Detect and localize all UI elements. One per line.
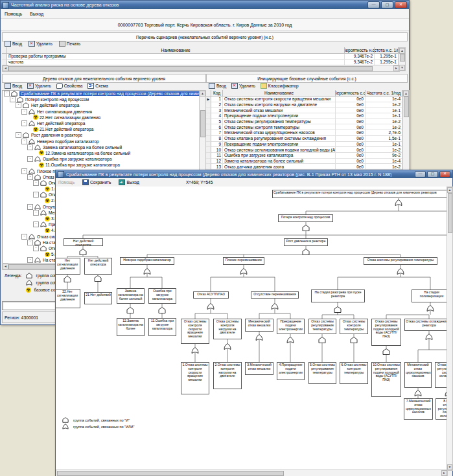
fault-tree-node[interactable]: Отказ системы контроля температуры (340, 319, 368, 334)
fault-tree-node[interactable]: Нет сигнализации давления (56, 258, 80, 275)
fault-tree-node[interactable]: 4.Прекращение подачи электроэнергии (277, 362, 305, 380)
tree-properties-button[interactable]: Свойства (56, 83, 83, 89)
col-freq[interactable]: Частота с.с. 1/год (366, 90, 402, 96)
expand-toggle[interactable]: - (33, 245, 39, 251)
tree-add-button[interactable]: Ввод (5, 83, 22, 89)
fault-tree-node[interactable]: Ошибка при загрузке катализатора (148, 288, 176, 304)
expand-toggle[interactable]: - (33, 221, 39, 227)
event-row[interactable]: ▶1Отказ системы контроля скорости вращен… (206, 96, 402, 102)
col-prob[interactable]: Вероятность с.с. (336, 90, 366, 96)
fault-tree-node[interactable]: 3.Механический отказ мешалки (245, 362, 273, 375)
fault-tree-node[interactable]: Нет действий оператора (84, 258, 112, 275)
col-prob[interactable]: Вероятность н.с. (345, 47, 375, 54)
diagram-canvas[interactable]: Срабатывание ПК в результате потери конт… (56, 187, 448, 470)
fault-tree-node[interactable]: 10.Отказ системы регулирования подачи хо… (371, 362, 401, 397)
fault-tree-node[interactable]: 7.Механический отказ циркуляционных насо… (404, 398, 433, 420)
scenarios-print-button[interactable]: Печать (59, 41, 80, 47)
fault-tree-node[interactable]: Отсутствие перемешивания (251, 291, 299, 299)
diagram-menu-help[interactable]: Помощь (58, 180, 75, 185)
maximize-button[interactable]: ▢ (427, 171, 438, 177)
fault-tree-node[interactable]: Срабатывание ПК в результате потери конт… (272, 190, 448, 198)
events-add-button[interactable]: Ввод (209, 83, 226, 89)
event-row[interactable]: 9Прекращение подачи электроэнергии0e01e-… (206, 142, 402, 148)
expand-toggle[interactable]: - (33, 210, 39, 216)
fault-tree-node[interactable]: 11.Ошибка при загрузке катализатора (148, 318, 176, 336)
close-button[interactable]: ✕ (439, 171, 450, 177)
fault-tree-node[interactable]: 1.Отказ системы контроля скорости вращен… (181, 362, 209, 394)
events-delete-button[interactable]: Удалить (231, 83, 255, 89)
tree-item[interactable]: ☢12.Замена катализатора на более сильный (3, 150, 200, 156)
minimize-button[interactable]: — (415, 171, 426, 177)
col-name[interactable]: Наименование (7, 47, 345, 54)
diagram-vscrollbar[interactable]: ▲ ▼ (447, 187, 453, 471)
expand-toggle[interactable]: - (27, 174, 33, 180)
fault-tree-node[interactable]: Замена катализатора на более сильный (117, 288, 145, 304)
expand-toggle[interactable]: - (27, 156, 33, 162)
expand-toggle[interactable]: - (27, 144, 33, 150)
fault-tree-node[interactable]: Плохое перемешивание (223, 257, 264, 265)
tree-item[interactable]: -Рост давления в реакторе (3, 132, 200, 138)
diagram-title-bar[interactable]: Срабатывание ПК в результате потери конт… (56, 170, 452, 178)
event-row[interactable]: 10Отказ системы регулирования подачи хол… (206, 147, 402, 153)
fault-tree-node[interactable]: Отказ системы регулирования подачи холод… (371, 319, 401, 346)
tree-item[interactable]: -Ошибка при загрузке катализатора (3, 156, 200, 162)
expand-toggle[interactable]: - (16, 132, 21, 138)
expand-toggle[interactable]: - (4, 91, 10, 96)
menu-exit[interactable]: Выход (26, 12, 47, 16)
fault-tree-node[interactable]: 5.Отказ системы регулирования температур… (308, 362, 336, 384)
event-row[interactable]: 3Механический отказ мешалки0e01e-1 (206, 108, 402, 113)
scenarios-delete-button[interactable]: Удалить (29, 41, 52, 47)
expand-toggle[interactable]: - (33, 192, 39, 198)
event-row[interactable]: 11Ошибка при загрузке катализатора0e09e-… (206, 153, 402, 159)
event-row[interactable]: 8Отказ клапана регулирования системы охл… (206, 136, 402, 142)
scenarios-hscrollbar[interactable]: ◄ ► (2, 65, 400, 72)
col-code[interactable]: Код (211, 90, 223, 96)
fault-tree-node[interactable]: Отказ системы охлаждения (х. реактора (404, 319, 448, 331)
fault-tree-node[interactable]: Отказ системы регулирования температуры (308, 319, 336, 334)
fault-tree-node[interactable]: Отказ системы контроля нагрузки на двига… (213, 319, 242, 339)
fault-tree-node[interactable]: Механический отказ мешалки (245, 319, 273, 332)
fault-tree-node[interactable]: 12.Замена катализатора на более (117, 318, 145, 336)
expand-toggle[interactable]: - (27, 204, 33, 210)
fault-tree-node[interactable]: Отказ клапана регулирования системы охла… (435, 362, 448, 388)
fault-tree-node[interactable]: Отказ системы контроля скорости вращения… (181, 319, 209, 344)
scenarios-add-button[interactable]: Ввод (5, 41, 22, 47)
fault-tree-node[interactable]: 21.Нет действий (84, 292, 112, 304)
expand-toggle[interactable]: - (21, 139, 27, 144)
col-name[interactable]: Наименование (223, 90, 336, 96)
scenario-row[interactable]: Проверка работы программы9,3467e-21,295e… (2, 54, 399, 60)
main-title-bar[interactable]: Частотный анализ риска на основе дерева … (1, 1, 409, 9)
fault-tree-node[interactable]: Отказ системы регулирования температуры (364, 257, 437, 265)
minimize-button[interactable]: — (367, 1, 380, 8)
tree-item[interactable]: -Неверно подобран катализатор (3, 139, 200, 144)
event-row[interactable]: 12Замена катализатора на более сильный0e… (206, 159, 402, 164)
expand-toggle[interactable]: - (27, 240, 33, 245)
events-vscrollbar[interactable]: ▲ (402, 90, 410, 172)
expand-toggle[interactable]: - (21, 109, 27, 115)
fault-tree-node[interactable]: Отказ АСУТП/ПАЗ (193, 291, 229, 299)
tree-item[interactable]: ☢11.Ошибка при загрузке катализатора (3, 162, 200, 168)
expand-toggle[interactable]: - (33, 180, 39, 186)
tree-item[interactable]: -Срабатывание ПК в результате потери кон… (3, 91, 200, 96)
expand-toggle[interactable]: - (21, 234, 27, 240)
tree-item[interactable]: -Потеря контроля над процессом (3, 96, 200, 102)
tree-scheme-button[interactable]: Схема (87, 83, 108, 89)
event-row[interactable]: 5Отказ системы регулирования температуры… (206, 119, 402, 125)
diagram-save-button[interactable]: Сохранить (82, 179, 111, 185)
maximize-button[interactable]: ▢ (381, 1, 393, 8)
expand-toggle[interactable]: - (16, 102, 21, 108)
tree-item[interactable]: -Нет сигнализации давления (3, 109, 200, 115)
event-row[interactable]: 7Механический отказ циркуляционных насос… (206, 130, 402, 136)
events-classifier-button[interactable]: Классификатор (261, 83, 299, 89)
fault-tree-node[interactable]: Прекращение подачи электроэнергии (277, 319, 305, 334)
expand-toggle[interactable]: - (21, 168, 27, 174)
event-row[interactable]: 6Отказ системы контроля температуры0e01e… (206, 124, 402, 130)
fault-tree-node[interactable]: 6.Отказ системы контроля температуры (340, 362, 368, 384)
diagram-exit-button[interactable]: Выход (119, 179, 139, 185)
fault-tree-node[interactable]: Нет действий оператора (64, 238, 103, 246)
event-row[interactable]: 2Отказ системы контроля нагрузки на двиг… (206, 102, 402, 108)
expand-toggle[interactable]: - (27, 257, 33, 263)
expand-toggle[interactable]: - (10, 96, 16, 102)
tree-item[interactable]: -Нет действий оператора (3, 120, 200, 126)
tree-item[interactable]: -Нет действий оператора (3, 102, 200, 108)
